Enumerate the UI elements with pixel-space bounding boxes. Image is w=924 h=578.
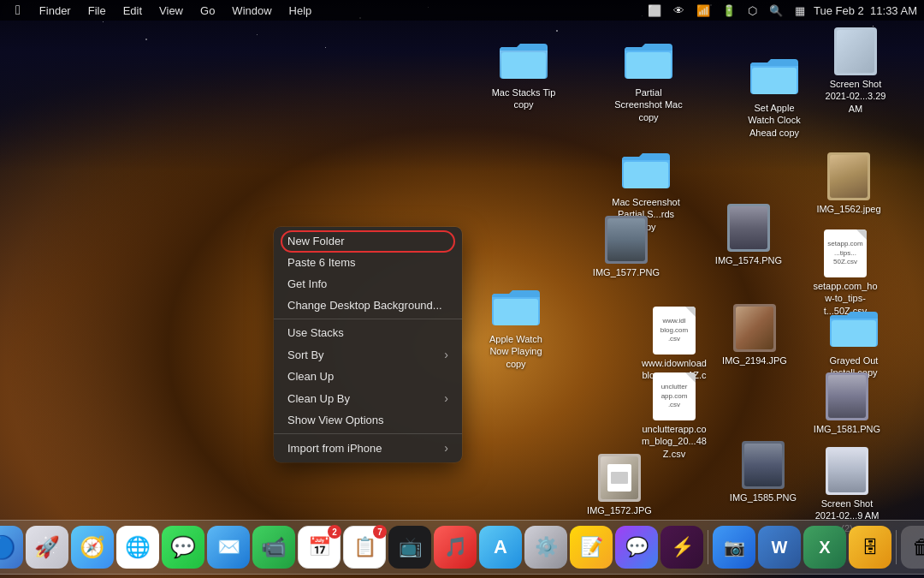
context-menu-item-clean-up-by[interactable]: Clean Up By bbox=[274, 387, 462, 409]
dock-item-messages[interactable]: 💬 bbox=[162, 526, 204, 569]
context-menu-item-use-stacks[interactable]: Use Stacks bbox=[274, 322, 462, 343]
battery-icon[interactable]: 🔋 bbox=[719, 3, 739, 19]
dock-item-tableplus[interactable]: 🗄 bbox=[849, 526, 891, 569]
icon-label-img1574: IMG_1574.PNG bbox=[715, 254, 782, 266]
desktop-icon-img1572[interactable]: IMG_1572.JPG bbox=[585, 454, 654, 516]
desktop-icon-img1574[interactable]: IMG_1574.PNG bbox=[714, 204, 783, 266]
menu-view[interactable]: View bbox=[152, 3, 190, 19]
csv-icon-idownloadblog: www.idlblog.com.csv bbox=[650, 307, 698, 355]
menubar:  Finder File Edit View Go Window Help ⬜… bbox=[0, 0, 924, 21]
dock-item-appletv[interactable]: 📺 bbox=[388, 526, 431, 569]
svg-rect-6 bbox=[752, 68, 797, 94]
wifi-icon[interactable]: 📶 bbox=[693, 3, 714, 19]
dock-item-trash[interactable]: 🗑 bbox=[901, 526, 924, 569]
csv-icon-unclutter: unclutterapp.com.csv bbox=[650, 372, 698, 420]
systemprefs-icon: ⚙️ bbox=[535, 536, 558, 558]
ctx-separator-2 bbox=[274, 433, 462, 434]
dock-item-finder[interactable]: 🔵 bbox=[0, 526, 23, 569]
apple-menu[interactable]:  bbox=[7, 1, 29, 20]
excel-icon: X bbox=[819, 538, 830, 557]
dock-item-reminders[interactable]: 📋 7 bbox=[343, 526, 386, 569]
zoom-icon: 📷 bbox=[724, 537, 745, 557]
svg-rect-8 bbox=[624, 162, 668, 188]
menubar-left:  Finder File Edit View Go Window Help bbox=[7, 1, 318, 20]
tableplus-icon: 🗄 bbox=[862, 538, 879, 557]
context-menu-item-sort-by[interactable]: Sort By bbox=[274, 343, 462, 366]
menu-file[interactable]: File bbox=[81, 3, 113, 19]
display-icon[interactable]: ⬜ bbox=[644, 3, 665, 19]
ctx-importiphone-label: Import from iPhone bbox=[287, 442, 382, 455]
ctx-paste-label: Paste 6 Items bbox=[287, 256, 355, 269]
context-menu-item-import-from-iphone[interactable]: Import from iPhone bbox=[274, 437, 462, 459]
reminders-badge: 7 bbox=[373, 525, 387, 539]
desktop[interactable]:  Finder File Edit View Go Window Help ⬜… bbox=[0, 0, 924, 578]
folder-icon-apple-watch-now bbox=[492, 283, 540, 331]
controlcenter-icon[interactable]: ▦ bbox=[791, 3, 808, 19]
icon-label-img1562: IMG_1562.jpeg bbox=[816, 203, 880, 215]
context-menu-item-change-bg[interactable]: Change Desktop Background... bbox=[274, 295, 462, 316]
dock-item-zoom[interactable]: 📷 bbox=[713, 526, 755, 569]
desktop-icon-img1577[interactable]: IMG_1577.PNG bbox=[592, 216, 660, 278]
dock-item-safari[interactable]: 🧭 bbox=[71, 526, 114, 569]
dock-item-systemprefs[interactable]: ⚙️ bbox=[524, 526, 567, 569]
menu-window[interactable]: Window bbox=[225, 3, 278, 19]
dock-item-chrome[interactable]: 🌐 bbox=[116, 526, 159, 569]
slack-icon: ⚡ bbox=[671, 536, 694, 558]
image-icon-img1581 bbox=[823, 372, 871, 420]
dock-item-appstore[interactable]: A bbox=[479, 526, 522, 569]
desktop-icon-img1581[interactable]: IMG_1581.PNG bbox=[813, 372, 881, 435]
screentime-icon[interactable]: 👁 bbox=[670, 3, 688, 19]
image-icon-img1574 bbox=[725, 204, 773, 252]
messages-icon: 💬 bbox=[170, 535, 196, 559]
folder-icon-grayed-out bbox=[830, 304, 878, 352]
menu-help[interactable]: Help bbox=[282, 3, 319, 19]
dock-item-messenger[interactable]: 💬 bbox=[615, 526, 658, 569]
context-menu-item-show-view-options[interactable]: Show View Options bbox=[274, 409, 462, 431]
desktop-icon-mac-stacks-tip[interactable]: Mac Stacks Tip copy bbox=[489, 36, 558, 111]
chrome-icon: 🌐 bbox=[125, 535, 151, 559]
icon-label-mac-stacks-tip: Mac Stacks Tip copy bbox=[489, 86, 558, 111]
image-icon-img1572 bbox=[595, 454, 643, 502]
icon-label-screenshot-1: Screen Shot 2021-02...3.29 AM bbox=[821, 78, 890, 115]
ctx-usestacks-label: Use Stacks bbox=[287, 326, 344, 339]
menu-edit[interactable]: Edit bbox=[116, 3, 149, 19]
desktop-icon-partial-screenshot[interactable]: Partial Screenshot Mac copy bbox=[614, 36, 683, 123]
desktop-icon-screenshot-1[interactable]: Screen Shot 2021-02...3.29 AM bbox=[821, 27, 890, 115]
safari-icon: 🧭 bbox=[80, 535, 105, 559]
menu-finder[interactable]: Finder bbox=[33, 3, 78, 19]
menubar-right: ⬜ 👁 📶 🔋 ⬡ 🔍 ▦ Tue Feb 2 11:33 AM bbox=[644, 3, 917, 19]
svg-rect-4 bbox=[626, 52, 671, 79]
icon-label-set-apple-watch: Set Apple Watch Clock Ahead copy bbox=[740, 102, 808, 139]
image-icon-img1585 bbox=[739, 441, 787, 489]
facetime-icon: 📹 bbox=[261, 535, 287, 559]
search-icon[interactable]: 🔍 bbox=[766, 3, 786, 19]
appstore-icon: A bbox=[494, 536, 507, 558]
dock-item-notes[interactable]: 📝 bbox=[570, 526, 613, 569]
desktop-icon-set-apple-watch[interactable]: Set Apple Watch Clock Ahead copy bbox=[740, 51, 808, 139]
menu-go[interactable]: Go bbox=[193, 3, 222, 19]
trash-icon: 🗑 bbox=[912, 535, 924, 559]
desktop-icon-apple-watch-now[interactable]: Apple Watch Now Playing copy bbox=[482, 283, 550, 370]
dock-item-launchpad[interactable]: 🚀 bbox=[26, 526, 68, 569]
desktop-icon-img1585[interactable]: IMG_1585.PNG bbox=[729, 441, 797, 504]
folder-icon-partial-screenshot bbox=[625, 36, 672, 84]
icon-label-img1577: IMG_1577.PNG bbox=[593, 266, 660, 278]
context-menu-item-get-info[interactable]: Get Info bbox=[274, 273, 462, 295]
desktop-icon-grayed-out[interactable]: Grayed Out Install copy bbox=[820, 304, 888, 379]
dock-item-calendar[interactable]: 📅 2 bbox=[298, 526, 341, 569]
desktop-icon-img1562[interactable]: IMG_1562.jpeg bbox=[814, 152, 883, 215]
context-menu-item-paste[interactable]: Paste 6 Items bbox=[274, 252, 462, 273]
context-menu-item-clean-up[interactable]: Clean Up bbox=[274, 366, 462, 387]
dock-item-word[interactable]: W bbox=[758, 526, 801, 569]
messenger-icon: 💬 bbox=[625, 536, 649, 558]
dock-item-mail[interactable]: ✉️ bbox=[207, 526, 250, 569]
bluetooth-icon[interactable]: ⬡ bbox=[744, 3, 761, 19]
dock-item-slack[interactable]: ⚡ bbox=[660, 526, 703, 569]
dock-item-music[interactable]: 🎵 bbox=[434, 526, 477, 569]
dock-item-excel[interactable]: X bbox=[803, 526, 846, 569]
dock-item-facetime[interactable]: 📹 bbox=[252, 526, 295, 569]
dock: 🔵 🚀 🧭 🌐 💬 ✉️ 📹 📅 2 bbox=[0, 520, 924, 575]
context-menu-item-new-folder[interactable]: New Folder bbox=[274, 230, 462, 252]
desktop-icon-unclutter-csv[interactable]: unclutterapp.com.csv unclutterapp.com_bl… bbox=[640, 372, 708, 460]
desktop-icon-img2194[interactable]: IMG_2194.JPG bbox=[720, 304, 789, 366]
